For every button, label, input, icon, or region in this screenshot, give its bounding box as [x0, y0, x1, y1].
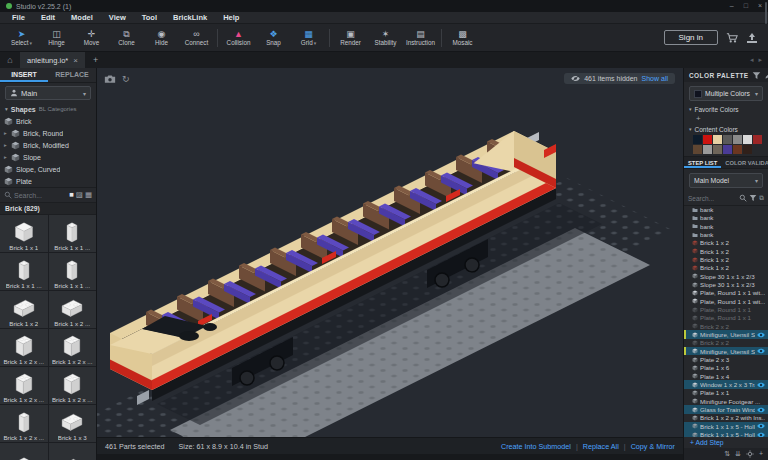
gear-icon[interactable]	[746, 450, 754, 458]
step-model-dropdown[interactable]: Main Model ▾	[689, 173, 763, 188]
camera-icon[interactable]	[104, 73, 116, 85]
filter-icon[interactable]	[749, 194, 757, 202]
color-swatch[interactable]	[733, 135, 742, 144]
step-search-input[interactable]: Search...	[688, 195, 737, 202]
step-row[interactable]: Plate, Round 1 x 1	[684, 305, 768, 313]
category-item[interactable]: ▸ Brick	[0, 115, 96, 127]
step-row[interactable]: Brick 1 x 2	[684, 239, 768, 247]
toolbar-button[interactable]: ⧉ Clone▾	[109, 25, 144, 51]
menu-item[interactable]: Edit	[33, 12, 63, 24]
visibility-eye-icon[interactable]	[757, 382, 765, 388]
part-thumbnail[interactable]	[0, 443, 48, 460]
toolbar-button[interactable]: ✛ Move▾	[74, 25, 109, 51]
step-row[interactable]: Minifigure Footgear ...	[684, 397, 768, 405]
tab-insert[interactable]: INSERT	[0, 68, 48, 82]
color-swatch[interactable]	[713, 135, 722, 144]
color-swatch[interactable]	[723, 135, 732, 144]
part-thumbnail[interactable]: Brick 1 x 1 ...	[0, 253, 48, 290]
close-tab-icon[interactable]: ×	[73, 56, 78, 65]
toolbar-button[interactable]: ▤ Instruction▾	[403, 25, 438, 51]
color-swatch[interactable]	[693, 145, 702, 154]
shapes-header[interactable]: ▾ Shapes BL Categories	[0, 103, 96, 115]
toolbar-button[interactable]: ◉ Hide▾	[144, 25, 179, 51]
tab-scroll-arrow[interactable]: ▸	[758, 56, 762, 64]
selection-action-link[interactable]: Copy & Mirror	[631, 442, 675, 451]
new-tab-button[interactable]: +	[85, 55, 106, 65]
no-color-icon[interactable]: ▨	[76, 191, 83, 199]
part-thumbnail[interactable]	[49, 443, 97, 460]
category-item[interactable]: ▸ Brick, Modified	[0, 139, 96, 151]
filter-icon[interactable]	[752, 71, 761, 80]
part-thumbnail[interactable]: Brick 1 x 2	[0, 291, 48, 328]
step-row[interactable]: Brick 1 x 2	[684, 255, 768, 263]
category-item[interactable]: ▸ Brick, Round	[0, 127, 96, 139]
add-step-button[interactable]: + Add Step	[684, 437, 768, 448]
part-thumbnail[interactable]: Brick 1 x 2 x ...	[49, 329, 97, 366]
step-row[interactable]: bank	[684, 230, 768, 238]
color-filter-icon[interactable]: ■	[69, 191, 74, 199]
toolbar-button[interactable]: ◫ Hinge▾	[39, 25, 74, 51]
grid-view-icon[interactable]: ▦	[85, 191, 92, 199]
toolbar-button[interactable]: ▩ Mosaic▾	[445, 25, 480, 51]
toolbar-button[interactable]: ➤ Select▾	[4, 25, 39, 51]
toolbar-button[interactable]: ❖ Snap▾	[256, 25, 291, 51]
step-row[interactable]: Plate, Round 1 x 1 wit...	[684, 297, 768, 305]
color-mode-dropdown[interactable]: Multiple Colors ▾	[689, 86, 763, 101]
step-row[interactable]: Plate 2 x 3	[684, 355, 768, 363]
part-thumbnail[interactable]: Brick 1 x 1 ...	[49, 215, 97, 252]
content-colors-header[interactable]: ▾ Content Colors	[684, 124, 768, 134]
visibility-eye-icon[interactable]	[757, 432, 765, 437]
color-swatch[interactable]	[703, 145, 712, 154]
favorite-colors-header[interactable]: ▾ Favorite Colors	[684, 104, 768, 114]
selection-action-link[interactable]: Create Into Submodel	[501, 442, 583, 451]
color-swatch[interactable]	[743, 145, 752, 154]
window-control-button[interactable]: ×	[758, 0, 762, 12]
toolbar-button[interactable]: ▲ Collision▾	[221, 25, 256, 51]
add-icon[interactable]: +	[759, 449, 763, 459]
part-thumbnail[interactable]: Brick 1 x 2 x ...	[0, 329, 48, 366]
toolbar-button[interactable]: ▣ Render▾	[333, 25, 368, 51]
step-row[interactable]: Slope 30 1 x 1 x 2/3	[684, 280, 768, 288]
sign-in-button[interactable]: Sign in	[664, 30, 718, 45]
color-swatch[interactable]	[713, 145, 722, 154]
step-row[interactable]: Brick 1 x 2	[684, 264, 768, 272]
home-icon[interactable]: ⌂	[0, 52, 20, 68]
menu-item[interactable]: File	[4, 12, 33, 24]
visibility-eye-icon[interactable]	[757, 423, 765, 429]
step-row[interactable]: Brick 2 x 2	[684, 339, 768, 347]
tab-color-validator[interactable]: COLOR VALIDATOR	[721, 157, 768, 168]
cart-icon[interactable]	[726, 32, 738, 44]
step-row[interactable]: Minifigure, Utensil Se...	[684, 330, 768, 338]
tab-replace[interactable]: REPLACE	[48, 68, 96, 82]
step-row[interactable]: Plate, Round 1 x 1	[684, 314, 768, 322]
step-row[interactable]: Minifigure, Utensil Se...	[684, 347, 768, 355]
step-row[interactable]: Plate 1 x 1	[684, 389, 768, 397]
reset-view-icon[interactable]: ↻	[122, 74, 130, 84]
step-row[interactable]: Brick 1 x 1 x 5 - Hollo...	[684, 422, 768, 430]
step-row[interactable]: bank	[684, 214, 768, 222]
upload-icon[interactable]	[746, 32, 758, 44]
3d-viewport[interactable]: ↻ 461 items hidden Show all	[97, 68, 683, 437]
part-thumbnail[interactable]: Brick 1 x 2 ...	[49, 291, 97, 328]
category-item[interactable]: ▸ Plate	[0, 175, 96, 187]
menu-item[interactable]: Help	[215, 12, 247, 24]
viewport-3d-scene[interactable]	[97, 68, 683, 437]
menu-item[interactable]: Model	[63, 12, 101, 24]
menu-item[interactable]: Tool	[134, 12, 165, 24]
step-row[interactable]: Slope 30 1 x 1 x 2/3	[684, 272, 768, 280]
visibility-eye-icon[interactable]	[757, 332, 765, 338]
model-selector-dropdown[interactable]: Main ▾	[5, 86, 91, 100]
window-control-button[interactable]: –	[730, 0, 734, 12]
toolbar-button[interactable]: ∞ Connect▾	[179, 25, 214, 51]
category-item[interactable]: ▸ Slope	[0, 151, 96, 163]
tab-step-list[interactable]: STEP LIST	[684, 157, 721, 168]
part-thumbnail[interactable]: Brick 1 x 2 x ...	[0, 405, 48, 442]
show-all-link[interactable]: Show all	[642, 75, 668, 82]
menu-item[interactable]: BrickLink	[165, 12, 215, 24]
color-swatch[interactable]	[753, 135, 762, 144]
document-tab[interactable]: anleitung.io* ×	[20, 52, 85, 68]
color-swatch[interactable]	[693, 135, 702, 144]
parts-search-input[interactable]: Search...	[14, 192, 67, 199]
step-row[interactable]: bank	[684, 222, 768, 230]
toolbar-button[interactable]: ▦ Grid▾	[291, 25, 326, 51]
